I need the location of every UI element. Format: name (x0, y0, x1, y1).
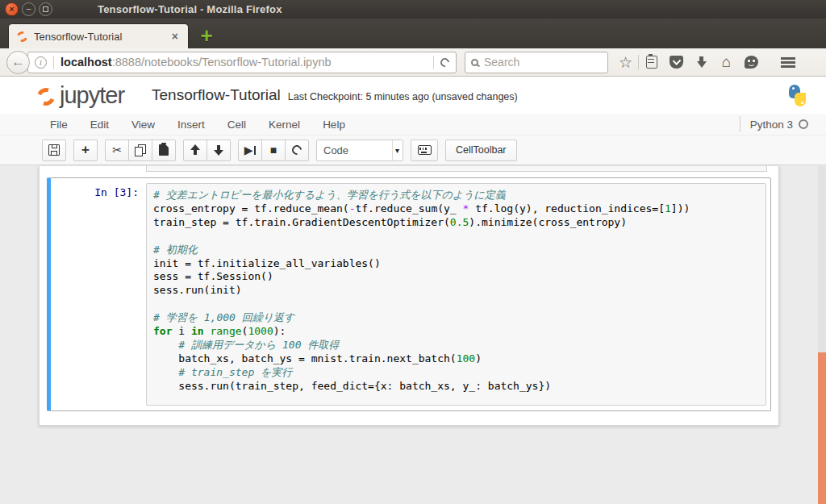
back-arrow-icon: ← (11, 54, 25, 70)
notebook-title[interactable]: Tensorflow-Tutorial (152, 86, 281, 104)
code-line: sess.run(train_step, feed_dict={x: batch… (153, 380, 759, 394)
url-host: localhost (60, 56, 112, 69)
menu-insert[interactable]: Insert (166, 115, 216, 134)
run-icon: ▶ (244, 144, 256, 156)
copy-cell-button[interactable] (128, 140, 152, 161)
cell-type-dropdown[interactable]: Code ▾ (316, 140, 403, 161)
new-tab-button[interactable]: + (197, 27, 216, 44)
code-line: cross_entropy = tf.reduce_mean(-tf.reduc… (153, 202, 759, 216)
code-line: # train_step を実行 (153, 366, 759, 380)
keyboard-icon (418, 145, 432, 155)
bookmarks-menu-button[interactable] (639, 51, 664, 74)
menu-kernel[interactable]: Kernel (257, 115, 311, 134)
save-button[interactable] (42, 140, 66, 161)
browser-tabbar: Tensorflow-Tutorial × + (0, 19, 826, 48)
command-palette-button[interactable] (411, 140, 438, 161)
restart-kernel-button[interactable] (285, 140, 309, 161)
notebook-container: In [3]: # 交差エントロピーを最小化するよう、学習を行う式を以下のように… (39, 166, 779, 426)
menu-edit[interactable]: Edit (79, 115, 120, 134)
stop-icon: ■ (270, 144, 277, 156)
window-minimize-button[interactable]: − (22, 2, 35, 16)
url-divider (53, 56, 54, 69)
menu-help[interactable]: Help (311, 115, 357, 134)
jupyter-logo-icon (34, 85, 57, 108)
hello-button[interactable] (739, 51, 764, 74)
move-cell-up-button[interactable] (183, 140, 207, 161)
dropdown-arrow-icon: ▾ (392, 140, 399, 160)
code-line: sess = tf.Session() (153, 270, 759, 284)
paste-icon (159, 144, 169, 156)
chat-smiley-icon (745, 56, 758, 69)
menu-file[interactable]: File (39, 115, 79, 134)
scrollbar-thumb[interactable] (818, 352, 826, 504)
run-cell-button[interactable]: ▶ (238, 140, 262, 161)
code-cell-selected[interactable]: In [3]: # 交差エントロピーを最小化するよう、学習を行う式を以下のように… (47, 177, 771, 411)
download-icon (697, 56, 707, 69)
downloads-button[interactable] (689, 51, 714, 74)
menu-cell[interactable]: Cell (216, 115, 257, 134)
move-cell-down-button[interactable] (206, 140, 231, 161)
window-title: Tensorflow-Tutorial - Mozilla Firefox (98, 3, 282, 15)
maximize-icon (43, 6, 48, 12)
checkpoint-status: Last Checkpoint: 5 minutes ago (unsaved … (288, 88, 518, 102)
url-divider (433, 56, 434, 69)
copy-icon (135, 144, 146, 156)
cut-cell-button[interactable]: ✂ (105, 140, 129, 161)
plus-icon: + (200, 27, 212, 44)
tab-close-icon[interactable]: × (170, 30, 180, 43)
home-button[interactable]: ⌂ (714, 51, 739, 74)
pocket-button[interactable] (664, 51, 689, 74)
interrupt-kernel-button[interactable]: ■ (261, 140, 286, 161)
url-path: :8888/notebooks/Tensorflow-Tutorial.ipyn… (112, 56, 332, 69)
back-button[interactable]: ← (6, 51, 30, 74)
jupyter-header: jupyter Tensorflow-Tutorial Last Checkpo… (0, 77, 826, 114)
code-line: sess.run(init) (153, 284, 759, 298)
jupyter-logo[interactable]: jupyter (37, 85, 124, 106)
reload-icon[interactable] (439, 56, 451, 68)
kernel-indicator: Python 3 (740, 116, 808, 132)
bookmark-star-button[interactable]: ☆ (613, 51, 638, 74)
jupyter-logo-text: jupyter (60, 85, 124, 106)
code-line: # 初期化 (153, 244, 759, 257)
search-icon (471, 59, 478, 66)
browser-tab[interactable]: Tensorflow-Tutorial × (8, 23, 189, 48)
tab-title: Tensorflow-Tutorial (34, 31, 170, 43)
search-input[interactable] (484, 56, 589, 69)
scrollbar-track[interactable] (818, 166, 826, 504)
minimize-icon: − (26, 5, 31, 14)
code-line (153, 298, 759, 311)
save-icon (48, 144, 60, 156)
url-bar[interactable]: i localhost:8888/notebooks/Tensorflow-Tu… (27, 52, 457, 73)
window-titlebar: × − Tensorflow-Tutorial - Mozilla Firefo… (0, 0, 826, 19)
code-line (153, 230, 759, 244)
jupyter-menubar: File Edit View Insert Cell Kernel Help P… (0, 114, 826, 135)
restart-icon (290, 144, 304, 157)
home-icon: ⌂ (722, 53, 731, 71)
menu-button[interactable] (775, 51, 800, 74)
jupyter-toolbar: + ✂ ▶ ■ Code ▾ CellToolbar (0, 135, 826, 165)
insert-cell-button[interactable]: + (73, 140, 98, 161)
code-line: for i in range(1000): (153, 325, 759, 339)
bookmarks-icon (646, 56, 657, 69)
menu-view[interactable]: View (120, 115, 166, 134)
window-maximize-button[interactable] (39, 2, 52, 16)
hamburger-icon (781, 57, 795, 68)
url-text[interactable]: localhost:8888/notebooks/Tensorflow-Tuto… (60, 56, 427, 69)
code-editor[interactable]: # 交差エントロピーを最小化するよう、学習を行う式を以下のように定義cross_… (146, 183, 766, 406)
previous-cell-partial[interactable] (146, 166, 767, 172)
celltoolbar-button[interactable]: CellToolbar (445, 140, 517, 161)
arrow-up-icon (190, 144, 200, 156)
code-line: # 学習を 1,000 回繰り返す (153, 311, 759, 325)
python-logo-icon (786, 85, 808, 106)
jupyter-favicon-icon (15, 29, 29, 43)
paste-cell-button[interactable] (152, 140, 176, 161)
search-box[interactable] (465, 52, 608, 73)
code-line: init = tf.initialize_all_variables() (153, 257, 759, 271)
window-close-button[interactable]: × (5, 2, 19, 16)
notebook-scroll-area[interactable]: In [3]: # 交差エントロピーを最小化するよう、学習を行う式を以下のように… (0, 166, 826, 504)
browser-navbar: ← i localhost:8888/notebooks/Tensorflow-… (0, 48, 826, 77)
pocket-icon (670, 56, 683, 69)
site-info-icon[interactable]: i (35, 56, 47, 69)
kernel-idle-icon (799, 119, 808, 129)
arrow-down-icon (214, 144, 223, 156)
